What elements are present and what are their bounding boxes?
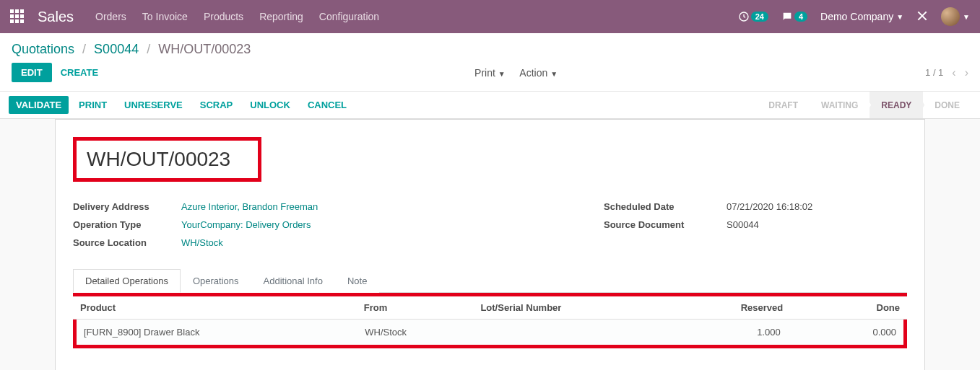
breadcrumb: Quotations / S00044 / WH/OUT/00023 xyxy=(0,33,980,63)
chevron-down-icon: ▼ xyxy=(896,13,903,21)
value-scheduled-date: 07/21/2020 16:18:02 xyxy=(727,201,812,212)
app-brand[interactable]: Sales xyxy=(38,9,74,25)
cell-done: 0.000 xyxy=(788,320,903,345)
col-done: Done xyxy=(790,296,907,320)
main-menu: Orders To Invoice Products Reporting Con… xyxy=(95,11,379,22)
menu-configuration[interactable]: Configuration xyxy=(319,11,379,22)
tab-detailed-operations[interactable]: Detailed Operations xyxy=(73,269,181,293)
cell-reserved: 1.000 xyxy=(672,320,787,345)
company-name: Demo Company xyxy=(820,11,893,22)
menu-orders[interactable]: Orders xyxy=(95,11,126,22)
pager-text: 1 / 1 xyxy=(925,67,943,78)
tabs: Detailed Operations Operations Additiona… xyxy=(73,269,907,293)
step-done[interactable]: DONE xyxy=(923,92,971,118)
edit-button[interactable]: EDIT xyxy=(12,63,52,82)
label-operation-type: Operation Type xyxy=(73,219,181,230)
step-waiting[interactable]: WAITING xyxy=(810,92,870,118)
col-from: From xyxy=(357,296,474,320)
tab-operations[interactable]: Operations xyxy=(181,269,251,293)
menu-to-invoice[interactable]: To Invoice xyxy=(142,11,188,22)
label-scheduled-date: Scheduled Date xyxy=(604,201,727,212)
chevron-down-icon: ▼ xyxy=(550,70,558,78)
unlock-button[interactable]: UNLOCK xyxy=(243,96,298,114)
print-button[interactable]: PRINT xyxy=(71,96,114,114)
cell-product: [FURN_8900] Drawer Black xyxy=(77,320,357,345)
activity-badge: 24 xyxy=(751,12,768,22)
activity-icon[interactable]: 24 xyxy=(738,11,768,22)
cell-from: WH/Stock xyxy=(357,320,473,345)
value-operation-type[interactable]: YourCompany: Delivery Orders xyxy=(181,219,311,230)
validate-button[interactable]: VALIDATE xyxy=(9,96,69,114)
record-title-highlight: WH/OUT/00023 xyxy=(73,137,261,182)
pager-prev[interactable]: ‹ xyxy=(952,66,955,79)
pager-next[interactable]: › xyxy=(965,66,968,79)
action-dropdown[interactable]: Action ▼ xyxy=(519,67,558,79)
create-button[interactable]: CREATE xyxy=(52,63,107,82)
col-product: Product xyxy=(73,296,357,320)
value-delivery-address[interactable]: Azure Interior, Brandon Freeman xyxy=(181,201,318,212)
label-delivery-address: Delivery Address xyxy=(73,201,181,212)
chat-badge: 4 xyxy=(794,12,807,22)
print-dropdown[interactable]: Print ▼ xyxy=(474,67,506,79)
scrap-button[interactable]: SCRAP xyxy=(193,96,240,114)
debug-icon[interactable] xyxy=(916,10,928,24)
breadcrumb-mid[interactable]: S00044 xyxy=(94,42,139,56)
value-source-document: S00044 xyxy=(727,219,759,230)
col-reserved: Reserved xyxy=(674,296,791,320)
label-source-location: Source Location xyxy=(73,237,181,248)
avatar xyxy=(941,7,960,26)
breadcrumb-root[interactable]: Quotations xyxy=(12,42,74,56)
statusbar-steps: DRAFT WAITING READY DONE xyxy=(757,92,971,118)
tab-additional-info[interactable]: Additional Info xyxy=(251,269,335,293)
top-navbar: Sales Orders To Invoice Products Reporti… xyxy=(0,0,980,33)
breadcrumb-current: WH/OUT/00023 xyxy=(158,42,251,56)
step-draft[interactable]: DRAFT xyxy=(757,92,810,118)
menu-reporting[interactable]: Reporting xyxy=(259,11,303,22)
chat-icon[interactable]: 4 xyxy=(781,11,807,22)
apps-icon[interactable] xyxy=(10,9,25,24)
step-ready[interactable]: READY xyxy=(870,92,923,118)
table-row[interactable]: [FURN_8900] Drawer Black WH/Stock 1.000 … xyxy=(77,320,903,345)
cell-lot xyxy=(474,320,672,345)
operations-table: Product From Lot/Serial Number Reserved … xyxy=(73,296,907,320)
company-switcher[interactable]: Demo Company ▼ xyxy=(820,11,903,22)
cancel-button[interactable]: CANCEL xyxy=(300,96,354,114)
tab-note[interactable]: Note xyxy=(335,269,379,293)
chevron-down-icon: ▼ xyxy=(498,70,506,78)
user-menu[interactable]: ▼ xyxy=(941,7,970,26)
menu-products[interactable]: Products xyxy=(204,11,243,22)
value-source-location[interactable]: WH/Stock xyxy=(181,237,223,248)
col-lot: Lot/Serial Number xyxy=(473,296,673,320)
record-title: WH/OUT/00023 xyxy=(87,148,230,171)
chevron-down-icon: ▼ xyxy=(963,13,970,21)
form-sheet: WH/OUT/00023 Delivery Address Azure Inte… xyxy=(55,119,925,370)
label-source-document: Source Document xyxy=(604,219,727,230)
unreserve-button[interactable]: UNRESERVE xyxy=(117,96,190,114)
